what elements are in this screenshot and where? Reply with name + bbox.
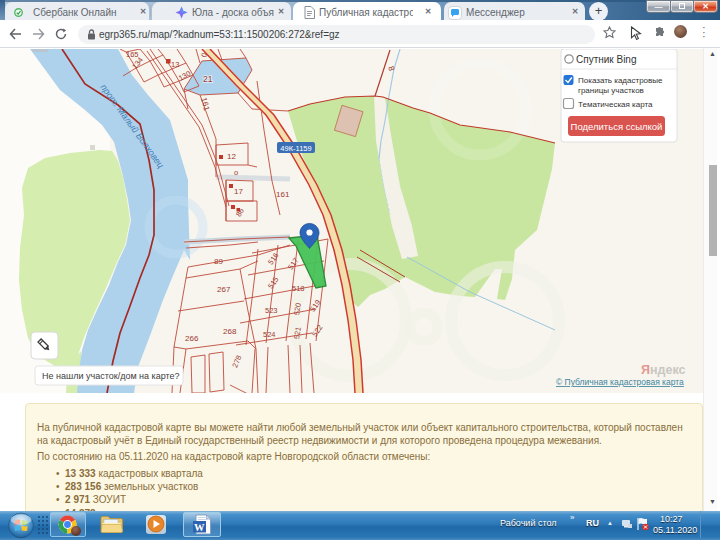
svg-text:524: 524 [263, 330, 276, 339]
svg-text:266: 266 [185, 334, 199, 343]
svg-text:21: 21 [203, 74, 213, 84]
svg-text:17: 17 [234, 187, 243, 196]
svg-text:границы участков: границы участков [578, 86, 644, 95]
svg-text:Спутник Bing: Спутник Bing [576, 54, 637, 65]
svg-text:Яндекс: Яндекс [641, 363, 686, 377]
svg-text:523: 523 [265, 306, 278, 315]
svg-text:161: 161 [276, 190, 290, 199]
svg-text:Показать кадастровые: Показать кадастровые [578, 76, 663, 85]
svg-text:Поделиться ссылкой: Поделиться ссылкой [571, 121, 663, 132]
svg-text:о: о [234, 168, 238, 177]
svg-text:W: W [194, 522, 205, 533]
svg-text:518: 518 [292, 284, 305, 293]
svg-text:267: 267 [217, 285, 231, 294]
svg-text:89: 89 [214, 257, 223, 266]
svg-text:Тематическая карта: Тематическая карта [578, 100, 653, 109]
svg-text:13: 13 [171, 60, 179, 69]
svg-text:268: 268 [223, 327, 237, 336]
svg-text:49К-1159: 49К-1159 [280, 144, 311, 153]
svg-text:12: 12 [227, 152, 236, 161]
svg-text:© Публичная кадастровая карта: © Публичная кадастровая карта [556, 377, 684, 387]
svg-text:Не нашли участок/дом на карте?: Не нашли участок/дом на карте? [42, 371, 180, 381]
